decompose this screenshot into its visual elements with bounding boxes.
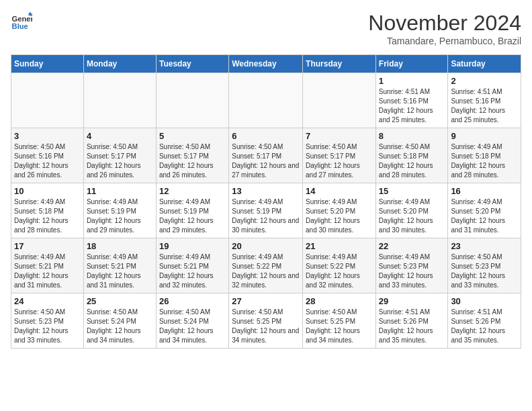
- weekday-header-sunday: Sunday: [11, 55, 84, 73]
- calendar-cell: 9Sunrise: 4:49 AM Sunset: 5:18 PM Daylig…: [448, 128, 521, 183]
- calendar-cell: 18Sunrise: 4:49 AM Sunset: 5:21 PM Dayli…: [83, 238, 156, 293]
- logo: General Blue: [11, 11, 32, 32]
- day-number: 12: [159, 186, 226, 196]
- calendar-cell: 7Sunrise: 4:50 AM Sunset: 5:17 PM Daylig…: [303, 128, 376, 183]
- day-number: 22: [379, 241, 445, 251]
- day-number: 19: [159, 241, 226, 251]
- day-number: 17: [14, 241, 81, 251]
- calendar-cell: [11, 73, 84, 128]
- calendar-cell: 15Sunrise: 4:49 AM Sunset: 5:20 PM Dayli…: [375, 183, 448, 238]
- day-info: Sunrise: 4:50 AM Sunset: 5:25 PM Dayligh…: [232, 308, 300, 345]
- day-info: Sunrise: 4:49 AM Sunset: 5:22 PM Dayligh…: [232, 253, 300, 290]
- calendar-cell: 5Sunrise: 4:50 AM Sunset: 5:17 PM Daylig…: [156, 128, 228, 183]
- day-number: 10: [14, 186, 81, 196]
- calendar-cell: 28Sunrise: 4:50 AM Sunset: 5:25 PM Dayli…: [303, 293, 376, 349]
- day-info: Sunrise: 4:49 AM Sunset: 5:18 PM Dayligh…: [14, 197, 81, 235]
- day-info: Sunrise: 4:51 AM Sunset: 5:16 PM Dayligh…: [379, 87, 445, 125]
- weekday-header-monday: Monday: [83, 55, 156, 73]
- day-info: Sunrise: 4:50 AM Sunset: 5:16 PM Dayligh…: [14, 142, 81, 180]
- calendar-cell: 29Sunrise: 4:51 AM Sunset: 5:26 PM Dayli…: [375, 293, 448, 349]
- weekday-header-wednesday: Wednesday: [229, 55, 303, 73]
- day-number: 28: [306, 296, 373, 306]
- day-number: 21: [306, 241, 373, 251]
- day-number: 15: [379, 186, 445, 196]
- day-number: 30: [451, 296, 518, 306]
- day-info: Sunrise: 4:49 AM Sunset: 5:21 PM Dayligh…: [14, 253, 81, 290]
- weekday-header-thursday: Thursday: [303, 55, 376, 73]
- day-number: 13: [232, 186, 300, 196]
- day-number: 29: [379, 296, 445, 306]
- svg-text:Blue: Blue: [12, 22, 28, 30]
- day-number: 16: [451, 186, 518, 196]
- day-info: Sunrise: 4:49 AM Sunset: 5:23 PM Dayligh…: [379, 253, 445, 290]
- day-info: Sunrise: 4:49 AM Sunset: 5:20 PM Dayligh…: [306, 197, 373, 235]
- location: Tamandare, Pernambuco, Brazil: [368, 36, 521, 46]
- week-row-3: 17Sunrise: 4:49 AM Sunset: 5:21 PM Dayli…: [11, 238, 521, 293]
- calendar-cell: 24Sunrise: 4:50 AM Sunset: 5:23 PM Dayli…: [11, 293, 84, 349]
- title-block: November 2024 Tamandare, Pernambuco, Bra…: [368, 11, 521, 46]
- day-number: 18: [87, 241, 153, 251]
- week-row-0: 1Sunrise: 4:51 AM Sunset: 5:16 PM Daylig…: [11, 73, 521, 128]
- page-header: General Blue November 2024 Tamandare, Pe…: [11, 11, 521, 46]
- calendar-cell: [229, 73, 303, 128]
- calendar-cell: 27Sunrise: 4:50 AM Sunset: 5:25 PM Dayli…: [229, 293, 303, 349]
- calendar-cell: 6Sunrise: 4:50 AM Sunset: 5:17 PM Daylig…: [229, 128, 303, 183]
- day-number: 20: [232, 241, 300, 251]
- day-number: 25: [87, 296, 153, 306]
- calendar-cell: 14Sunrise: 4:49 AM Sunset: 5:20 PM Dayli…: [303, 183, 376, 238]
- weekday-header-tuesday: Tuesday: [156, 55, 228, 73]
- calendar-cell: 20Sunrise: 4:49 AM Sunset: 5:22 PM Dayli…: [229, 238, 303, 293]
- day-info: Sunrise: 4:50 AM Sunset: 5:25 PM Dayligh…: [306, 308, 373, 345]
- calendar-cell: 19Sunrise: 4:49 AM Sunset: 5:21 PM Dayli…: [156, 238, 228, 293]
- day-info: Sunrise: 4:49 AM Sunset: 5:21 PM Dayligh…: [159, 253, 226, 290]
- calendar-cell: 17Sunrise: 4:49 AM Sunset: 5:21 PM Dayli…: [11, 238, 84, 293]
- day-number: 4: [87, 131, 153, 141]
- day-info: Sunrise: 4:51 AM Sunset: 5:26 PM Dayligh…: [451, 308, 518, 345]
- day-info: Sunrise: 4:49 AM Sunset: 5:19 PM Dayligh…: [232, 197, 300, 235]
- day-info: Sunrise: 4:51 AM Sunset: 5:16 PM Dayligh…: [451, 87, 518, 125]
- logo-icon: General Blue: [11, 11, 32, 32]
- day-info: Sunrise: 4:50 AM Sunset: 5:17 PM Dayligh…: [232, 142, 300, 180]
- day-number: 27: [232, 296, 300, 306]
- day-info: Sunrise: 4:49 AM Sunset: 5:20 PM Dayligh…: [451, 197, 518, 235]
- day-info: Sunrise: 4:50 AM Sunset: 5:17 PM Dayligh…: [306, 142, 373, 180]
- calendar-cell: 13Sunrise: 4:49 AM Sunset: 5:19 PM Dayli…: [229, 183, 303, 238]
- day-info: Sunrise: 4:50 AM Sunset: 5:17 PM Dayligh…: [159, 142, 226, 180]
- day-info: Sunrise: 4:49 AM Sunset: 5:21 PM Dayligh…: [87, 253, 153, 290]
- day-info: Sunrise: 4:50 AM Sunset: 5:18 PM Dayligh…: [379, 142, 445, 180]
- calendar-cell: 21Sunrise: 4:49 AM Sunset: 5:22 PM Dayli…: [303, 238, 376, 293]
- day-info: Sunrise: 4:49 AM Sunset: 5:18 PM Dayligh…: [451, 142, 518, 180]
- day-info: Sunrise: 4:50 AM Sunset: 5:24 PM Dayligh…: [87, 308, 153, 345]
- calendar-cell: 2Sunrise: 4:51 AM Sunset: 5:16 PM Daylig…: [448, 73, 521, 128]
- week-row-4: 24Sunrise: 4:50 AM Sunset: 5:23 PM Dayli…: [11, 293, 521, 349]
- day-number: 23: [451, 241, 518, 251]
- day-number: 24: [14, 296, 81, 306]
- calendar: SundayMondayTuesdayWednesdayThursdayFrid…: [11, 54, 521, 349]
- day-info: Sunrise: 4:50 AM Sunset: 5:24 PM Dayligh…: [159, 308, 226, 345]
- calendar-cell: 26Sunrise: 4:50 AM Sunset: 5:24 PM Dayli…: [156, 293, 228, 349]
- weekday-header-friday: Friday: [375, 55, 448, 73]
- week-row-2: 10Sunrise: 4:49 AM Sunset: 5:18 PM Dayli…: [11, 183, 521, 238]
- day-number: 26: [159, 296, 226, 306]
- day-info: Sunrise: 4:49 AM Sunset: 5:20 PM Dayligh…: [379, 197, 445, 235]
- calendar-cell: 3Sunrise: 4:50 AM Sunset: 5:16 PM Daylig…: [11, 128, 84, 183]
- calendar-cell: 16Sunrise: 4:49 AM Sunset: 5:20 PM Dayli…: [448, 183, 521, 238]
- day-number: 7: [306, 131, 373, 141]
- day-number: 1: [379, 76, 445, 86]
- calendar-cell: 23Sunrise: 4:50 AM Sunset: 5:23 PM Dayli…: [448, 238, 521, 293]
- day-number: 8: [379, 131, 445, 141]
- calendar-cell: 25Sunrise: 4:50 AM Sunset: 5:24 PM Dayli…: [83, 293, 156, 349]
- calendar-cell: 12Sunrise: 4:49 AM Sunset: 5:19 PM Dayli…: [156, 183, 228, 238]
- day-number: 6: [232, 131, 300, 141]
- day-number: 5: [159, 131, 226, 141]
- calendar-cell: 10Sunrise: 4:49 AM Sunset: 5:18 PM Dayli…: [11, 183, 84, 238]
- day-info: Sunrise: 4:49 AM Sunset: 5:22 PM Dayligh…: [306, 253, 373, 290]
- calendar-cell: 4Sunrise: 4:50 AM Sunset: 5:17 PM Daylig…: [83, 128, 156, 183]
- calendar-cell: 8Sunrise: 4:50 AM Sunset: 5:18 PM Daylig…: [375, 128, 448, 183]
- month-title: November 2024: [368, 11, 521, 36]
- day-number: 14: [306, 186, 373, 196]
- day-number: 3: [14, 131, 81, 141]
- weekday-header-row: SundayMondayTuesdayWednesdayThursdayFrid…: [11, 55, 521, 73]
- calendar-cell: [83, 73, 156, 128]
- day-info: Sunrise: 4:51 AM Sunset: 5:26 PM Dayligh…: [379, 308, 445, 345]
